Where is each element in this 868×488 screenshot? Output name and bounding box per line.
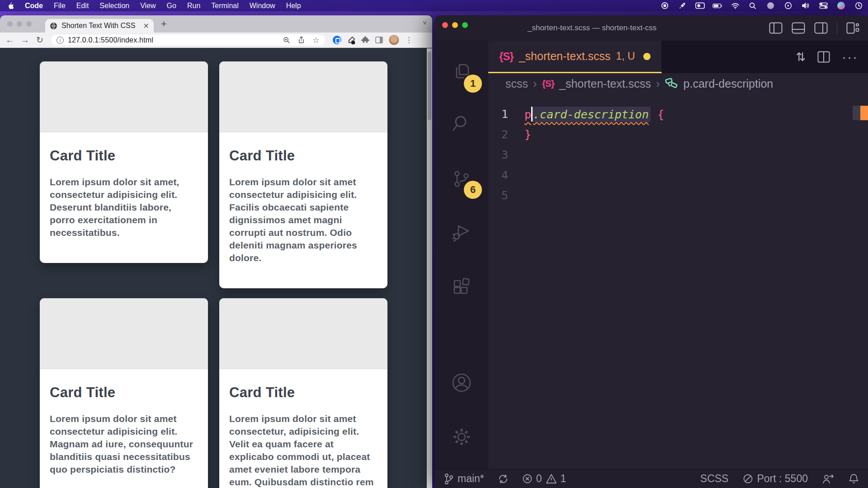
spotlight-search-icon[interactable] [748, 2, 758, 10]
notifications-bell-button[interactable] [849, 473, 859, 484]
breadcrumb-symbol[interactable]: p.card-description [684, 77, 774, 90]
open-changes-icon[interactable]: ⇅ [796, 50, 806, 64]
forward-button[interactable]: → [21, 36, 29, 44]
bell-icon [849, 473, 859, 484]
customize-layout-icon[interactable] [846, 22, 860, 34]
search-icon[interactable] [435, 113, 488, 134]
close-window-button[interactable] [7, 21, 13, 27]
menu-app-name[interactable]: Code [25, 2, 43, 10]
menu-item-file[interactable]: File [54, 2, 66, 10]
warning-overview-ruler-marker [860, 106, 868, 120]
clock-icon[interactable] [854, 2, 863, 10]
git-branch-label: main* [458, 473, 484, 485]
more-actions-icon[interactable]: ··· [842, 49, 858, 65]
browser-tab-title: Shorten Text With CSS [61, 22, 139, 30]
page-scrollbar[interactable] [427, 48, 432, 488]
account-icon[interactable] [435, 372, 488, 394]
code-line[interactable]: 3 [488, 145, 868, 165]
new-tab-button[interactable]: + [161, 18, 167, 30]
site-info-icon[interactable]: i [57, 37, 64, 44]
toggle-secondary-sidebar-icon[interactable] [814, 22, 828, 34]
wifi-icon[interactable] [730, 2, 740, 10]
menu-item-selection[interactable]: Selection [99, 2, 129, 10]
url-text[interactable]: 127.0.0.1:5500/index.html [68, 36, 153, 44]
settings-gear-icon[interactable] [435, 426, 488, 448]
password-manager-extension-icon[interactable] [333, 36, 341, 44]
card: Card Title Lorem ipsum dolor sit amet co… [219, 298, 387, 488]
reload-button[interactable]: ↻ [36, 36, 43, 44]
record-icon[interactable] [660, 2, 670, 10]
extensions-icon[interactable] [435, 277, 488, 298]
code-line[interactable]: 2 } [488, 124, 868, 145]
live-server-port[interactable]: Port : 5500 [743, 473, 808, 485]
menu-item-run[interactable]: Run [187, 2, 200, 10]
line-number: 4 [488, 169, 524, 182]
sync-icon [498, 474, 509, 484]
minimize-window-button[interactable] [17, 21, 22, 27]
color-picker-extension-icon[interactable] [347, 36, 355, 44]
address-bar[interactable]: i 127.0.0.1:5500/index.html ☆ [50, 34, 326, 46]
activity-bar: 1 6 [435, 41, 488, 469]
menu-bar-status-icons [660, 2, 863, 10]
volume-icon[interactable] [801, 2, 811, 10]
split-editor-icon[interactable] [817, 51, 830, 63]
back-button[interactable]: ← [5, 36, 14, 44]
control-center-icon[interactable] [818, 2, 828, 10]
play-status-icon[interactable] [783, 2, 793, 10]
zoom-window-button[interactable] [26, 21, 32, 27]
unsaved-changes-dot-icon[interactable] [643, 53, 651, 60]
siri-icon[interactable] [836, 2, 846, 10]
browser-tab[interactable]: Shorten Text With CSS ✕ [45, 19, 154, 33]
tab-close-icon[interactable]: ✕ [143, 22, 149, 30]
card-description: Lorem ipsum dolor sit amet, consectetur … [50, 176, 198, 239]
browser-menu-kebab-icon[interactable]: ⋮ [405, 35, 413, 45]
menu-item-help[interactable]: Help [286, 2, 301, 10]
menu-item-terminal[interactable]: Terminal [211, 2, 238, 10]
close-brace-token: } [524, 128, 531, 141]
share-icon[interactable] [298, 36, 305, 44]
problems-status[interactable]: 0 1 [522, 473, 566, 485]
zoom-window-button[interactable] [462, 22, 468, 28]
editor-tab-decoration: 1, U [616, 50, 635, 62]
browser-tab-strip: Shorten Text With CSS ✕ + ˅ [0, 15, 432, 33]
breadcrumb-file[interactable]: _shorten-text.scss [559, 77, 651, 90]
tab-search-chevron-icon[interactable]: ˅ [423, 19, 427, 27]
code-line[interactable]: 1 p.card-description { [488, 104, 868, 124]
menu-item-view[interactable]: View [140, 2, 156, 10]
rocket-icon[interactable] [677, 2, 687, 10]
bookmark-star-icon[interactable]: ☆ [312, 35, 320, 45]
close-window-button[interactable] [442, 22, 448, 28]
screen-record-icon[interactable] [695, 2, 705, 10]
battery-icon[interactable] [712, 2, 722, 10]
editor-tab-bar: {S} _shorten-text.scss 1, U ⇅ ··· [488, 41, 868, 73]
zoom-icon[interactable] [283, 37, 290, 44]
warnings-icon [546, 474, 557, 484]
code-editor[interactable]: 1 p.card-description { 2 } 3 4 5 [488, 94, 868, 469]
extensions-puzzle-icon[interactable] [361, 36, 369, 44]
vscode-traffic-lights[interactable] [442, 22, 468, 28]
feedback-button[interactable] [822, 474, 834, 484]
git-branch-status[interactable]: main* [444, 473, 484, 485]
code-line[interactable]: 4 [488, 165, 868, 185]
minimize-window-button[interactable] [452, 22, 458, 28]
menu-item-go[interactable]: Go [167, 2, 176, 10]
scrollbar-thumb[interactable] [428, 52, 431, 120]
card-title: Card Title [229, 385, 377, 401]
toggle-panel-icon[interactable] [792, 22, 805, 34]
editor-tab[interactable]: {S} _shorten-text.scss 1, U [488, 41, 662, 73]
sync-button[interactable] [498, 474, 509, 484]
profile-avatar[interactable] [389, 35, 399, 45]
language-mode[interactable]: SCSS [700, 473, 729, 485]
breadcrumb-folder[interactable]: scss [505, 77, 528, 90]
menu-item-window[interactable]: Window [250, 2, 275, 10]
browser-traffic-lights[interactable] [7, 21, 32, 27]
scss-file-icon: {S} [542, 78, 554, 89]
toggle-sidebar-icon[interactable] [769, 22, 783, 34]
run-debug-icon[interactable] [435, 221, 488, 242]
line-number: 3 [488, 148, 524, 161]
apple-menu-icon[interactable] [7, 2, 14, 10]
do-not-disturb-icon[interactable] [765, 2, 775, 10]
code-line[interactable]: 5 [488, 185, 868, 206]
menu-item-edit[interactable]: Edit [76, 2, 89, 10]
side-panel-icon[interactable] [375, 37, 383, 43]
